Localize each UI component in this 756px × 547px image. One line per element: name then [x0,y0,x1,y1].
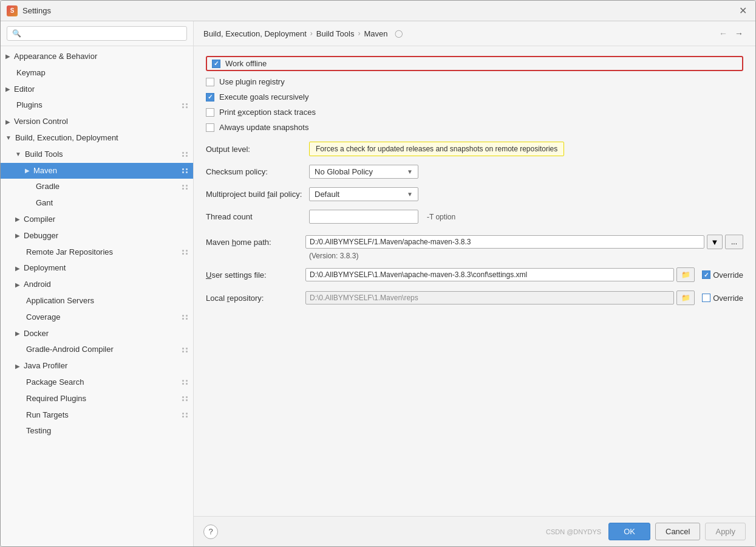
work-offline-checkbox[interactable] [212,60,220,68]
work-offline-row: Work offline [206,56,743,71]
local-repo-input[interactable] [305,291,674,304]
sidebar-item-remote-jar[interactable]: Remote Jar Repositories [1,244,193,261]
maven-home-row: Maven home path: ▼ ... [206,231,743,253]
local-repo-label: Local repository: [206,294,303,303]
grid-icon [182,348,188,353]
print-exception-checkbox[interactable] [206,108,214,117]
local-repo-override-checkbox[interactable] [702,294,710,302]
folder-icon: 📁 [681,294,690,302]
sidebar-item-label: Java Profiler [24,360,67,373]
sidebar-item-deployment[interactable]: ▶ Deployment [1,260,193,277]
print-exception-row: Print exception stack traces [206,105,743,119]
sidebar-item-docker[interactable]: ▶ Docker [1,326,193,342]
sidebar-item-debugger[interactable]: ▶ Debugger [1,228,193,244]
sidebar-item-compiler[interactable]: ▶ Compiler [1,212,193,228]
sidebar-item-label: Keymap [16,67,46,80]
maven-home-browse-btn[interactable]: ... [725,235,743,249]
checksum-label: Checksum policy: [206,167,303,176]
apply-button[interactable]: Apply [705,523,746,540]
breadcrumb-part1: Build, Execution, Deployment [203,29,307,38]
sidebar-item-label: Remote Jar Repositories [26,246,113,259]
multiproject-select[interactable]: Default ▼ [309,187,418,201]
sidebar-item-label: Application Servers [26,295,94,308]
right-panel: Build, Execution, Deployment › Build Too… [194,21,755,546]
sidebar-item-package-search[interactable]: Package Search [1,374,193,391]
sidebar-item-label: Android [24,278,51,291]
sidebar-item-label: Gant [36,197,53,210]
sidebar-item-label: Required Plugins [26,393,86,405]
sidebar-item-app-servers[interactable]: Application Servers [1,293,193,309]
sidebar-item-coverage[interactable]: Coverage [1,309,193,326]
sidebar-item-testing[interactable]: Testing [1,423,193,439]
sidebar-item-keymap[interactable]: Keymap [1,65,193,81]
sidebar-tree: ▶ Appearance & Behavior Keymap ▶ Editor [1,46,193,546]
thread-count-label: Thread count [206,212,303,221]
sidebar-item-editor[interactable]: ▶ Editor [1,81,193,98]
nav-arrows: ← → [717,27,746,40]
arrow-icon: ▶ [25,166,30,176]
use-plugin-registry-checkbox[interactable] [206,78,214,86]
local-repo-override: Override [702,294,743,303]
sidebar-item-gant[interactable]: Gant [1,195,193,212]
sidebar-item-required-plugins[interactable]: Required Plugins [1,391,193,407]
sidebar-item-label: Testing [26,425,51,438]
sidebar-item-java-profiler[interactable]: ▶ Java Profiler [1,358,193,374]
bottom-right: CSDN @DNYDYS OK Cancel Apply [546,523,746,540]
main-content: ▶ Appearance & Behavior Keymap ▶ Editor [1,21,755,546]
maven-home-input[interactable] [305,235,704,249]
cancel-button[interactable]: Cancel [655,523,700,540]
arrow-icon: ▶ [15,264,20,274]
sidebar-item-gradle[interactable]: Gradle [1,179,193,195]
chevron-down-icon: ▼ [407,191,413,198]
window-title: Settings [22,6,51,15]
sidebar-item-label: Maven [33,165,57,177]
execute-goals-checkbox[interactable] [206,93,214,101]
settings-form: Work offline Use plugin registry Execute… [206,56,743,309]
breadcrumb-sep2: › [358,29,360,38]
multiproject-row: Multiproject build fail policy: Default … [206,184,743,205]
user-settings-input[interactable] [305,268,674,281]
print-exception-label: Print exception stack traces [219,108,316,117]
sidebar: ▶ Appearance & Behavior Keymap ▶ Editor [1,21,194,546]
sidebar-item-plugins[interactable]: Plugins [1,97,193,114]
maven-home-dropdown-btn[interactable]: ▼ [707,235,723,249]
sidebar-item-build-exec-deploy[interactable]: ▼ Build, Execution, Deployment [1,130,193,146]
nav-back-arrow[interactable]: ← [717,27,730,40]
use-plugin-registry-row: Use plugin registry [206,75,743,89]
sidebar-item-run-targets[interactable]: Run Targets [1,407,193,424]
user-settings-row: User settings file: 📁 Override [206,264,743,286]
ok-button[interactable]: OK [608,523,650,540]
grid-icon [182,396,188,401]
local-repo-browse-btn[interactable]: 📁 [676,291,695,305]
sidebar-item-label: Gradle-Android Compiler [26,343,114,356]
maven-version: (Version: 3.8.3) [206,252,743,260]
close-button[interactable]: ✕ [736,4,749,18]
always-update-checkbox[interactable] [206,123,214,132]
checksum-select[interactable]: No Global Policy ▼ [309,165,418,179]
sidebar-item-appearance[interactable]: ▶ Appearance & Behavior [1,49,193,65]
arrow-icon: ▶ [5,52,10,61]
sidebar-item-build-tools[interactable]: ▼ Build Tools [1,146,193,163]
grid-icon [182,250,188,255]
sidebar-item-maven[interactable]: ▶ Maven [1,163,193,179]
thread-count-input[interactable] [309,210,418,224]
sidebar-item-label: Coverage [26,311,60,324]
checksum-policy-row: Checksum policy: No Global Policy ▼ [206,161,743,182]
sidebar-item-android[interactable]: ▶ Android [1,277,193,293]
nav-forward-arrow[interactable]: → [732,27,746,40]
help-button[interactable]: ? [203,525,218,539]
arrow-icon: ▼ [5,133,12,143]
user-settings-override-checkbox[interactable] [702,270,710,279]
sidebar-item-label: Run Targets [26,409,69,422]
search-input[interactable] [7,26,187,41]
multiproject-label: Multiproject build fail policy: [206,190,303,199]
sidebar-item-gradle-android[interactable]: Gradle-Android Compiler [1,342,193,358]
sidebar-item-label: Compiler [24,213,55,226]
title-bar-left: S Settings [7,5,51,16]
arrow-icon: ▶ [15,215,20,224]
thread-count-row: Thread count -T option [206,206,743,227]
sidebar-item-version-control[interactable]: ▶ Version Control [1,114,193,130]
breadcrumb-part3: Maven [364,29,387,38]
folder-icon: 📁 [681,270,690,279]
user-settings-browse-btn[interactable]: 📁 [676,267,695,282]
